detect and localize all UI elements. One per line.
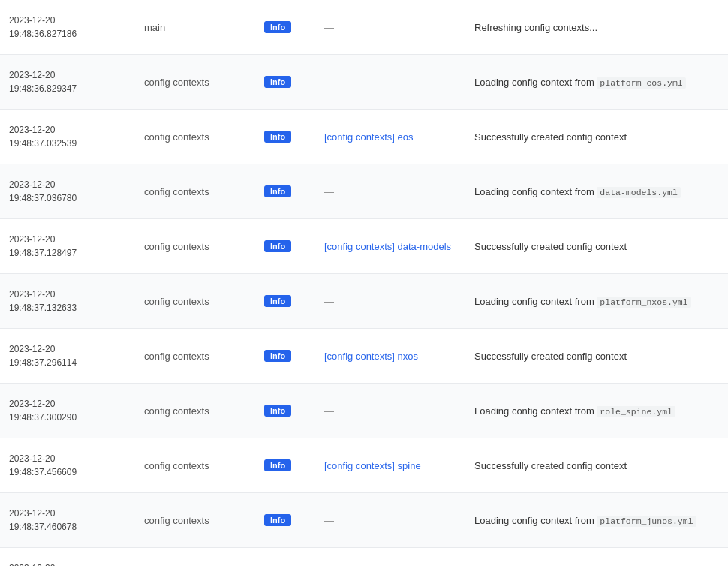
context-cell: — bbox=[315, 16, 465, 39]
context-tag: [config contexts] nxos bbox=[324, 351, 418, 362]
context-cell: — bbox=[315, 290, 465, 313]
log-time: 19:48:37.132633 bbox=[9, 301, 126, 315]
message-code: role_spine.yml bbox=[597, 406, 675, 417]
info-badge: Info bbox=[264, 459, 291, 471]
log-time: 19:48:37.036780 bbox=[9, 191, 126, 205]
log-date: 2023-12-20 bbox=[9, 507, 126, 520]
context-cell: [config contexts] nxos bbox=[315, 345, 465, 368]
message-cell: Successfully created config context bbox=[465, 125, 728, 149]
timestamp-cell: 2023-12-2019:48:37.456609 bbox=[0, 446, 135, 485]
message-cell: Loading config context from data-models.… bbox=[465, 180, 728, 203]
message-cell: Successfully created config context bbox=[465, 454, 728, 477]
log-time: 19:48:37.128497 bbox=[9, 246, 126, 260]
log-date: 2023-12-20 bbox=[9, 561, 126, 566]
log-date: 2023-12-20 bbox=[9, 14, 126, 27]
context-tag: [config contexts] eos bbox=[324, 131, 414, 143]
timestamp-cell: 2023-12-2019:48:37.032539 bbox=[0, 117, 135, 156]
timestamp-cell: 2023-12-2019:48:36.829347 bbox=[0, 62, 135, 101]
info-badge: Info bbox=[264, 240, 291, 252]
log-row: 2023-12-2019:48:37.456609config contexts… bbox=[0, 438, 728, 493]
source-cell: config contexts bbox=[135, 564, 255, 567]
log-container: 2023-12-2019:48:36.827186mainInfo—Refres… bbox=[0, 0, 728, 566]
log-time: 19:48:37.456609 bbox=[9, 465, 126, 479]
info-badge: Info bbox=[264, 185, 291, 197]
timestamp-cell: 2023-12-2019:48:37.296114 bbox=[0, 336, 135, 375]
badge-cell: Info bbox=[255, 289, 315, 313]
timestamp-cell: 2023-12-2019:48:37.036780 bbox=[0, 172, 135, 211]
log-row: 2023-12-2019:48:37.036780config contexts… bbox=[0, 164, 728, 219]
context-cell: — bbox=[315, 71, 465, 94]
message-text: Loading config context from bbox=[474, 296, 597, 307]
log-row: 2023-12-2019:48:37.300290config contexts… bbox=[0, 384, 728, 438]
info-badge: Info bbox=[264, 21, 291, 33]
log-row: 2023-12-2019:48:36.829347config contexts… bbox=[0, 55, 728, 110]
message-cell: Loading config context from platform_jun… bbox=[465, 509, 728, 532]
badge-cell: Info bbox=[255, 234, 315, 258]
info-badge: Info bbox=[264, 76, 291, 88]
info-badge: Info bbox=[264, 295, 291, 307]
message-cell: Successfully created config context bbox=[465, 345, 728, 368]
message-text: Loading config context from bbox=[474, 186, 597, 197]
log-date: 2023-12-20 bbox=[9, 178, 126, 191]
message-text: Loading config context from bbox=[474, 515, 597, 526]
badge-cell: Info bbox=[255, 15, 315, 39]
context-cell: — bbox=[315, 180, 465, 203]
source-cell: config contexts bbox=[135, 399, 255, 423]
log-time: 19:48:37.032539 bbox=[9, 137, 126, 150]
message-code: platform_eos.yml bbox=[597, 77, 685, 89]
log-time: 19:48:36.829347 bbox=[9, 82, 126, 95]
message-text: Loading config context from bbox=[474, 405, 597, 417]
badge-cell: Info bbox=[255, 508, 315, 532]
log-date: 2023-12-20 bbox=[9, 233, 126, 246]
log-row: 2023-12-2019:48:37.460678config contexts… bbox=[0, 493, 728, 548]
log-row: 2023-12-2019:48:37.296114config contexts… bbox=[0, 329, 728, 384]
info-badge: Info bbox=[264, 131, 291, 143]
source-cell: config contexts bbox=[135, 235, 255, 258]
badge-cell: Info bbox=[255, 344, 315, 368]
badge-cell: Info bbox=[255, 399, 315, 423]
log-date: 2023-12-20 bbox=[9, 342, 126, 356]
log-table: 2023-12-2019:48:36.827186mainInfo—Refres… bbox=[0, 0, 728, 566]
log-date: 2023-12-20 bbox=[9, 123, 126, 137]
log-date: 2023-12-20 bbox=[9, 68, 126, 82]
timestamp-cell: 2023-12-2019:48:36.827186 bbox=[0, 8, 135, 47]
message-text: Loading config context from bbox=[474, 77, 597, 88]
log-time: 19:48:37.296114 bbox=[9, 356, 126, 369]
context-cell: — bbox=[315, 509, 465, 532]
message-code: platform_nxos.yml bbox=[597, 297, 690, 308]
message-code: data-models.yml bbox=[597, 187, 681, 198]
badge-cell: Info bbox=[255, 125, 315, 149]
timestamp-cell: 2023-12-2019:48:37.460678 bbox=[0, 501, 135, 540]
log-row: 2023-12-2019:48:37.619964config contexts… bbox=[0, 548, 728, 566]
log-time: 19:48:36.827186 bbox=[9, 27, 126, 41]
source-cell: config contexts bbox=[135, 71, 255, 94]
message-cell: Refreshing config contexts... bbox=[465, 16, 728, 39]
context-cell: [config contexts] data-models bbox=[315, 235, 465, 258]
badge-cell: Info bbox=[255, 563, 315, 566]
message-cell: Successfully created config context bbox=[465, 235, 728, 258]
log-date: 2023-12-20 bbox=[9, 452, 126, 465]
log-time: 19:48:37.300290 bbox=[9, 411, 126, 424]
log-row: 2023-12-2019:48:37.128497config contexts… bbox=[0, 219, 728, 274]
source-cell: config contexts bbox=[135, 509, 255, 532]
message-cell: Loading config context from role_spine.y… bbox=[465, 399, 728, 423]
source-cell: config contexts bbox=[135, 290, 255, 313]
message-code: platform_junos.yml bbox=[597, 516, 696, 527]
timestamp-cell: 2023-12-2019:48:37.619964 bbox=[0, 555, 135, 566]
context-cell: — bbox=[315, 399, 465, 423]
context-cell: [config contexts] spine bbox=[315, 454, 465, 477]
message-cell: Loading config context from platform_nxo… bbox=[465, 290, 728, 313]
source-cell: config contexts bbox=[135, 180, 255, 203]
source-cell: config contexts bbox=[135, 125, 255, 149]
context-tag: [config contexts] spine bbox=[324, 460, 421, 471]
dash-indicator: — bbox=[324, 22, 334, 33]
context-cell: [config contexts] junos bbox=[315, 564, 465, 567]
message-cell: Successfully created config context bbox=[465, 564, 728, 567]
log-time: 19:48:37.460678 bbox=[9, 520, 126, 534]
dash-indicator: — bbox=[324, 405, 334, 417]
log-row: 2023-12-2019:48:36.827186mainInfo—Refres… bbox=[0, 0, 728, 55]
log-row: 2023-12-2019:48:37.132633config contexts… bbox=[0, 274, 728, 329]
info-badge: Info bbox=[264, 405, 291, 417]
dash-indicator: — bbox=[324, 515, 334, 526]
timestamp-cell: 2023-12-2019:48:37.132633 bbox=[0, 281, 135, 321]
